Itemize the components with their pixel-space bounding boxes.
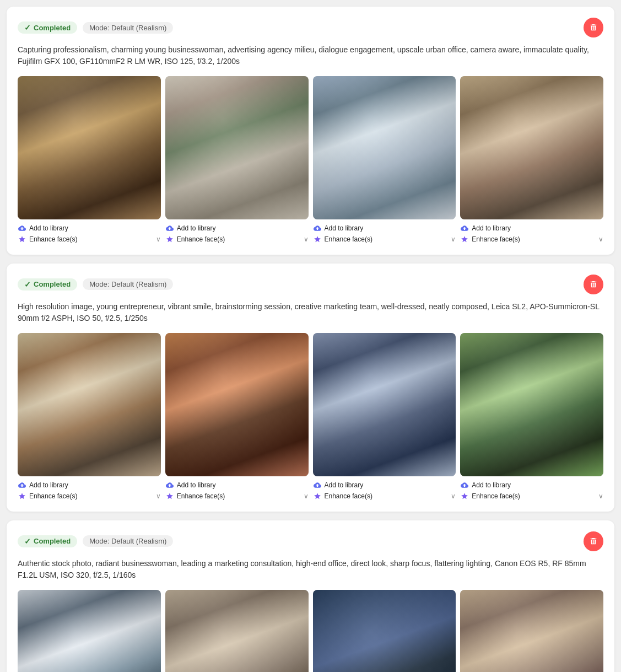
add-to-library-label: Add to library — [325, 481, 364, 489]
enhance-faces-button[interactable]: Enhance face(s) — [460, 235, 520, 244]
enhance-faces-label: Enhance face(s) — [29, 235, 77, 243]
enhance-faces-button[interactable]: Enhance face(s) — [460, 492, 520, 501]
add-to-library-button[interactable]: Add to library — [460, 481, 511, 490]
image-actions: Add to library Enhance face(s) ∨ — [165, 481, 309, 501]
enhance-icon — [460, 235, 469, 244]
trash-icon — [589, 23, 598, 32]
cloud-upload-icon — [313, 224, 322, 233]
image-placeholder[interactable] — [313, 76, 456, 219]
chevron-down-icon[interactable]: ∨ — [156, 492, 161, 500]
images-grid: Add to library Enhance face(s) ∨ Add to … — [18, 76, 603, 244]
images-grid: Add to library Enhance face(s) ∨ Add to … — [18, 333, 603, 501]
enhance-faces-button[interactable]: Enhance face(s) — [18, 492, 77, 501]
enhance-faces-label: Enhance face(s) — [29, 492, 77, 500]
chevron-down-icon[interactable]: ∨ — [598, 235, 603, 243]
enhance-icon — [165, 235, 174, 244]
enhance-faces-label: Enhance face(s) — [177, 235, 225, 243]
image-placeholder[interactable] — [165, 333, 309, 476]
check-icon: ✓ — [24, 280, 31, 289]
image-placeholder[interactable] — [18, 333, 161, 476]
card-header: ✓CompletedMode: Default (Realism) — [18, 531, 603, 551]
delete-button[interactable] — [584, 275, 603, 294]
add-to-library-label: Add to library — [29, 224, 68, 232]
image-item: Add to library Enhance face(s) ∨ — [18, 76, 161, 244]
add-to-library-button[interactable]: Add to library — [313, 481, 364, 490]
delete-button[interactable] — [584, 18, 603, 37]
add-to-library-label: Add to library — [177, 481, 216, 489]
image-item: Add to library Enhance face(s) ∨ — [460, 590, 603, 673]
add-to-library-label: Add to library — [472, 224, 511, 232]
check-icon: ✓ — [24, 23, 31, 32]
image-actions: Add to library Enhance face(s) ∨ — [313, 224, 456, 244]
cloud-upload-icon — [18, 224, 26, 233]
image-actions: Add to library Enhance face(s) ∨ — [165, 224, 309, 244]
prompt-text: High resolution image, young entrepreneu… — [18, 301, 603, 324]
delete-button[interactable] — [584, 531, 603, 551]
image-item: Add to library Enhance face(s) ∨ — [313, 333, 456, 501]
add-to-library-button[interactable]: Add to library — [313, 224, 364, 233]
image-item: Add to library Enhance face(s) ∨ — [18, 590, 161, 673]
card-card3: ✓CompletedMode: Default (Realism)Authent… — [7, 520, 614, 673]
chevron-down-icon[interactable]: ∨ — [451, 492, 456, 500]
image-placeholder[interactable] — [460, 590, 603, 673]
mode-badge: Mode: Default (Realism) — [83, 22, 173, 34]
enhance-icon — [18, 492, 26, 501]
add-to-library-button[interactable]: Add to library — [165, 224, 216, 233]
image-actions: Add to library Enhance face(s) ∨ — [460, 224, 603, 244]
card-header: ✓CompletedMode: Default (Realism) — [18, 18, 603, 37]
enhance-faces-label: Enhance face(s) — [325, 235, 372, 243]
image-placeholder[interactable] — [313, 333, 456, 476]
chevron-down-icon[interactable]: ∨ — [156, 235, 161, 243]
chevron-down-icon[interactable]: ∨ — [304, 492, 309, 500]
chevron-down-icon[interactable]: ∨ — [304, 235, 309, 243]
prompt-text: Authentic stock photo, radiant businessw… — [18, 558, 603, 581]
status-text: Completed — [34, 537, 71, 545]
status-text: Completed — [34, 24, 71, 32]
trash-icon — [589, 537, 598, 546]
card-header: ✓CompletedMode: Default (Realism) — [18, 275, 603, 294]
image-placeholder[interactable] — [460, 76, 603, 219]
image-placeholder[interactable] — [165, 76, 309, 219]
image-item: Add to library Enhance face(s) ∨ — [460, 76, 603, 244]
enhance-faces-button[interactable]: Enhance face(s) — [165, 235, 225, 244]
image-item: Add to library Enhance face(s) ∨ — [165, 590, 309, 673]
image-item: Add to library Enhance face(s) ∨ — [313, 76, 456, 244]
enhance-faces-label: Enhance face(s) — [325, 492, 372, 500]
image-actions: Add to library Enhance face(s) ∨ — [18, 224, 161, 244]
status-text: Completed — [34, 280, 71, 288]
mode-badge: Mode: Default (Realism) — [83, 278, 173, 290]
enhance-faces-label: Enhance face(s) — [472, 235, 520, 243]
status-badge: ✓Completed — [18, 21, 77, 34]
add-to-library-label: Add to library — [29, 481, 68, 489]
image-actions: Add to library Enhance face(s) ∨ — [460, 481, 603, 501]
image-item: Add to library Enhance face(s) ∨ — [313, 590, 456, 673]
enhance-faces-button[interactable]: Enhance face(s) — [313, 235, 372, 244]
chevron-down-icon[interactable]: ∨ — [451, 235, 456, 243]
prompt-text: Capturing professionalism, charming youn… — [18, 44, 603, 67]
add-to-library-button[interactable]: Add to library — [460, 224, 511, 233]
image-item: Add to library Enhance face(s) ∨ — [165, 76, 309, 244]
enhance-faces-button[interactable]: Enhance face(s) — [313, 492, 372, 501]
card-card1: ✓CompletedMode: Default (Realism)Capturi… — [7, 7, 614, 255]
image-placeholder[interactable] — [313, 590, 456, 673]
add-to-library-button[interactable]: Add to library — [18, 224, 68, 233]
image-placeholder[interactable] — [18, 590, 161, 673]
image-placeholder[interactable] — [165, 590, 309, 673]
chevron-down-icon[interactable]: ∨ — [598, 492, 603, 500]
add-to-library-label: Add to library — [325, 224, 364, 232]
image-item: Add to library Enhance face(s) ∨ — [460, 333, 603, 501]
enhance-icon — [313, 492, 322, 501]
enhance-faces-label: Enhance face(s) — [472, 492, 520, 500]
add-to-library-button[interactable]: Add to library — [165, 481, 216, 490]
image-item: Add to library Enhance face(s) ∨ — [18, 333, 161, 501]
status-badge: ✓Completed — [18, 278, 77, 291]
enhance-faces-button[interactable]: Enhance face(s) — [165, 492, 225, 501]
image-actions: Add to library Enhance face(s) ∨ — [313, 481, 456, 501]
enhance-icon — [18, 235, 26, 244]
card-card2: ✓CompletedMode: Default (Realism)High re… — [7, 264, 614, 512]
image-placeholder[interactable] — [460, 333, 603, 476]
enhance-faces-button[interactable]: Enhance face(s) — [18, 235, 77, 244]
add-to-library-button[interactable]: Add to library — [18, 481, 68, 490]
image-placeholder[interactable] — [18, 76, 161, 219]
enhance-icon — [460, 492, 469, 501]
